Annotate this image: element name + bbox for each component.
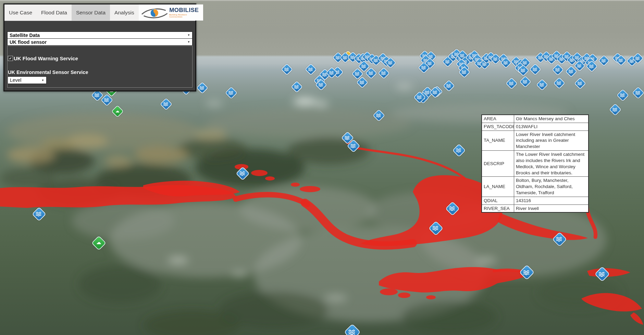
flood-warning-marker[interactable] — [235, 166, 249, 180]
flood-wave-icon — [635, 55, 641, 61]
flood-warning-row: ✔ UK Flood Warning Service — [8, 55, 192, 61]
flood-warning-marker[interactable] — [519, 264, 534, 280]
flood-warning-marker[interactable] — [445, 201, 460, 216]
flood-warning-marker[interactable] — [290, 80, 302, 92]
flood-wave-icon — [35, 210, 42, 218]
field-key: DESCRIP — [482, 151, 514, 177]
flood-wave-icon — [556, 80, 562, 86]
flood-wave-icon — [94, 92, 100, 98]
table-row: DESCRIPThe Lower River Irwell catchment … — [482, 151, 589, 177]
flood-warning-marker[interactable] — [529, 63, 541, 75]
flood-wave-icon — [577, 80, 583, 86]
flood-wave-icon — [601, 58, 607, 63]
flood-warning-marker[interactable] — [574, 77, 586, 89]
feature-info-table: AREAGtr Mancs Mersey and ChesFWS_TACODE0… — [481, 114, 589, 213]
flood-wave-icon — [449, 205, 456, 212]
flood-wave-icon — [104, 97, 110, 103]
flood-warning-marker[interactable] — [617, 89, 629, 102]
flood-wave-icon — [532, 66, 538, 72]
field-value: Bolton, Bury, Manchester, Oldham, Rochda… — [514, 177, 589, 197]
flood-wave-icon — [350, 142, 357, 149]
brand-tagline: Building Resilient Communities — [169, 14, 200, 18]
flood-warning-marker[interactable] — [536, 78, 548, 90]
tab-analysis[interactable]: Analysis — [110, 4, 139, 21]
flood-warning-marker[interactable] — [609, 103, 622, 116]
flood-wave-icon — [343, 55, 348, 60]
flood-wave-icon — [388, 60, 393, 65]
flood-wave-icon — [359, 79, 365, 85]
env-sensor-marker[interactable] — [111, 105, 124, 118]
flood-warning-marker[interactable] — [32, 207, 46, 221]
flood-wave-icon — [284, 66, 289, 72]
flood-warning-marker[interactable] — [160, 98, 173, 111]
level-select[interactable]: Level ▼ — [8, 76, 47, 84]
sensor-type-select[interactable]: UK flood sensor ▼ — [7, 39, 193, 46]
flood-warning-marker[interactable] — [196, 82, 208, 94]
flood-wave-icon — [199, 85, 205, 90]
flood-warning-label: UK Flood Warning Service — [14, 55, 78, 61]
flood-warning-marker[interactable] — [428, 221, 443, 236]
flood-warning-marker[interactable] — [443, 79, 455, 91]
checkmark-icon: ✔ — [9, 57, 12, 60]
flood-wave-icon — [354, 71, 360, 76]
flood-warning-marker[interactable] — [505, 77, 517, 89]
field-value: 143116 — [514, 197, 589, 204]
tab-use-case[interactable]: Use Case — [4, 4, 37, 21]
level-select-value: Level — [10, 77, 21, 83]
flood-wave-icon — [539, 82, 545, 87]
flood-wave-icon — [612, 107, 618, 113]
field-value: Gtr Mancs Mersey and Ches — [514, 115, 589, 123]
flood-wave-icon — [461, 69, 467, 75]
env-sensor-label: UK Environmental Sensor Service — [8, 70, 192, 75]
tab-flood-data[interactable]: Flood Data — [37, 4, 72, 21]
control-panel: Use CaseFlood DataSensor DataAnalysis MO… — [3, 3, 196, 91]
field-value: 013WAFLI — [514, 123, 589, 131]
flood-wave-icon — [432, 224, 439, 232]
flood-wave-icon — [381, 70, 386, 76]
table-row: QDIAL143116 — [482, 197, 589, 204]
flood-wave-icon — [318, 82, 324, 87]
flood-warning-marker[interactable] — [552, 232, 567, 247]
dropdown-arrow-icon: ▼ — [41, 79, 44, 82]
flood-wave-icon — [294, 84, 299, 89]
flood-warning-marker[interactable] — [632, 87, 644, 99]
flood-warning-marker[interactable] — [553, 77, 565, 89]
flood-warning-marker[interactable] — [305, 63, 317, 75]
flood-wave-icon — [228, 90, 234, 96]
flood-wave-icon — [456, 147, 462, 154]
flood-wave-icon — [493, 56, 498, 62]
flood-warning-marker[interactable] — [594, 266, 610, 282]
flood-warning-marker[interactable] — [225, 87, 238, 99]
env-sensor-marker[interactable] — [91, 235, 106, 250]
sensor-services-box: ✔ UK Flood Warning Service UK Environmen… — [7, 46, 193, 88]
flood-wave-icon — [503, 60, 509, 65]
flood-warning-marker[interactable] — [377, 67, 389, 79]
flood-warning-marker[interactable] — [344, 323, 360, 335]
flood-wave-icon — [577, 63, 582, 69]
flood-warning-marker[interactable] — [519, 75, 531, 87]
dropdown-arrow-icon: ▼ — [187, 34, 190, 37]
flood-warning-marker[interactable] — [281, 63, 293, 75]
flood-wave-icon — [620, 92, 626, 98]
flood-wave-icon — [555, 66, 560, 72]
flood-wave-icon — [239, 170, 246, 177]
flood-warning-marker[interactable] — [452, 144, 466, 157]
field-value: River Irwell — [514, 204, 589, 212]
flood-warning-marker[interactable] — [373, 109, 385, 122]
flood-warning-checkbox[interactable]: ✔ — [8, 56, 13, 61]
flood-warning-marker[interactable] — [552, 63, 564, 75]
flood-warning-marker[interactable] — [598, 55, 610, 66]
field-key: LA_NAME — [482, 177, 514, 197]
field-key: AREA — [482, 115, 514, 123]
flood-wave-icon — [163, 101, 169, 107]
field-key: RIVER_SEA — [482, 204, 514, 212]
field-key: TA_NAME — [482, 131, 514, 150]
flood-wave-icon — [329, 70, 334, 75]
satellite-data-select-value: Satellite Data — [10, 33, 40, 38]
satellite-data-select[interactable]: Satellite Data ▼ — [7, 32, 193, 39]
flood-wave-icon — [556, 235, 563, 243]
table-row: RIVER_SEARiver Irwell — [482, 204, 589, 212]
flood-wave-icon — [421, 64, 426, 70]
tab-sensor-data[interactable]: Sensor Data — [72, 4, 110, 21]
table-row: AREAGtr Mancs Mersey and Ches — [482, 115, 589, 123]
